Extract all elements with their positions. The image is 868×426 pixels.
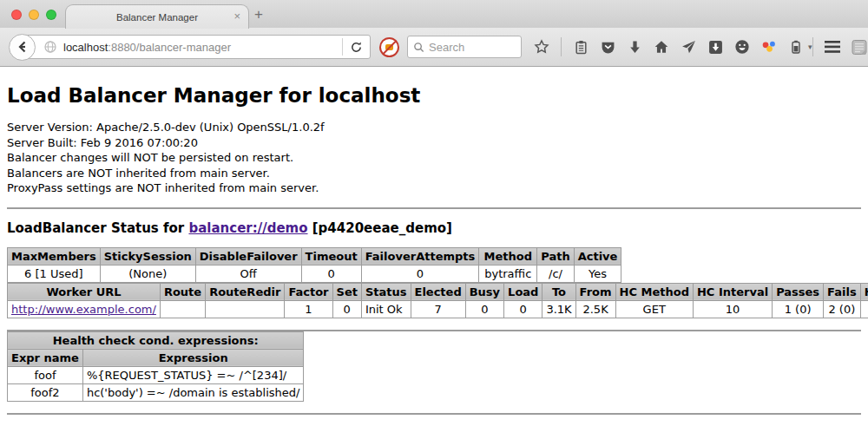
inherit-warning-line: Balancers are NOT inherited from main se… — [7, 166, 861, 181]
server-info: Server Version: Apache/2.5.0-dev (Unix) … — [7, 120, 861, 196]
url-text: localhost:8880/balancer-manager — [63, 41, 342, 54]
table-header-row: Worker URL Route RouteRedir Factor Set S… — [8, 283, 868, 300]
cell-set: 0 — [332, 300, 361, 318]
heading-prefix: LoadBalancer Status for — [7, 220, 188, 236]
col-method: Method — [479, 247, 537, 265]
col-worker-url: Worker URL — [8, 283, 161, 300]
proxypass-warning-line: ProxyPass settings are NOT inherited fro… — [7, 180, 861, 196]
cell-method: bytraffic — [479, 265, 537, 282]
colored-dots-extension-icon[interactable] — [761, 39, 777, 55]
minimize-window-button[interactable] — [29, 10, 39, 20]
col-routeredir: RouteRedir — [206, 283, 285, 300]
table-header-row: MaxMembers StickySession DisableFailover… — [8, 247, 621, 265]
zoom-window-button[interactable] — [46, 10, 56, 20]
home-icon[interactable] — [654, 39, 669, 55]
cell-disablefailover: Off — [195, 265, 301, 282]
cell-load: 0 — [504, 300, 542, 318]
col-timeout: Timeout — [301, 247, 361, 265]
table-row: http://www.example.com/ 1 0 Init Ok 7 0 … — [8, 300, 868, 318]
table-row: foof %{REQUEST_STATUS} =~ /^[234]/ — [8, 366, 304, 383]
table-row: 6 [1 Used] (None) Off 0 0 bytraffic /c/ … — [8, 265, 621, 282]
cell-route — [160, 300, 205, 318]
balancer-status-heading: LoadBalancer Status for balancer://demo … — [7, 220, 861, 236]
back-button[interactable] — [9, 34, 36, 61]
cell-factor: 1 — [285, 300, 332, 318]
cell-status: Init Ok — [361, 300, 411, 318]
tab-title: Balancer Manager — [116, 12, 198, 23]
new-tab-button[interactable]: + — [254, 6, 263, 23]
balancer-demo-link[interactable]: balancer://demo — [188, 220, 307, 236]
cell-expression: hc('body') =~ /domain is established/ — [82, 383, 304, 401]
plugin-block-icon[interactable] — [379, 37, 399, 57]
cell-routeredir — [206, 300, 285, 318]
col-hc-uri: HC uri — [860, 283, 868, 300]
reload-button[interactable] — [342, 38, 370, 56]
col-route: Route — [160, 283, 205, 300]
cell-passes: 1 (0) — [773, 300, 824, 318]
hamburger-menu-icon[interactable] — [825, 39, 840, 55]
tab-balancer-manager[interactable]: Balancer Manager × — [65, 4, 249, 29]
col-passes: Passes — [773, 283, 824, 300]
worker-table: Worker URL Route RouteRedir Factor Set S… — [7, 283, 868, 318]
tab-close-icon[interactable]: × — [233, 10, 240, 23]
tab-bar: Balancer Manager × + — [0, 0, 868, 28]
balancer-settings-table: MaxMembers StickySession DisableFailover… — [7, 247, 621, 283]
col-failoverattempts: FailoverAttempts — [361, 247, 479, 265]
cell-expr-name: foof2 — [8, 383, 83, 401]
cell-elected: 7 — [411, 300, 465, 318]
page-title: Load Balancer Manager for localhost — [7, 84, 861, 107]
cell-hc-interval: 10 — [693, 300, 772, 318]
col-disablefailover: DisableFailover — [195, 247, 301, 265]
col-to: To — [542, 283, 575, 300]
url-bar[interactable]: localhost:8880/balancer-manager — [22, 35, 371, 59]
heading-suffix: [p4420eeae_demo] — [308, 220, 452, 236]
cell-expression: %{REQUEST_STATUS} =~ /^[234]/ — [82, 366, 304, 383]
clipboard-icon[interactable] — [573, 39, 589, 55]
health-check-table: Health check cond. expressions: Expr nam… — [7, 331, 304, 402]
cell-stickysession: (None) — [100, 265, 195, 282]
table-row: foof2 hc('body') =~ /domain is establish… — [8, 383, 304, 401]
col-stickysession: StickySession — [100, 247, 195, 265]
cell-busy: 0 — [465, 300, 503, 318]
download-box-icon[interactable] — [707, 39, 723, 55]
cell-worker-url: http://www.example.com/ — [8, 300, 161, 318]
cell-maxmembers: 6 [1 Used] — [8, 265, 101, 282]
search-icon — [413, 42, 424, 53]
pocket-icon[interactable] — [600, 39, 615, 55]
col-fails: Fails — [824, 283, 861, 300]
bookmark-star-icon[interactable] — [534, 39, 549, 55]
toolbar-icons: ▾ — [534, 37, 812, 56]
col-expression: Expression — [82, 349, 304, 366]
col-hc-method: HC Method — [615, 283, 693, 300]
table-header-row: Expr name Expression — [8, 349, 304, 366]
downloads-arrow-icon[interactable] — [627, 39, 642, 55]
cell-timeout: 0 — [301, 265, 361, 282]
close-window-button[interactable] — [11, 10, 22, 20]
smiley-icon[interactable] — [734, 39, 750, 55]
globe-icon — [43, 40, 57, 54]
search-input[interactable] — [429, 41, 507, 54]
url-path: :8880/balancer-manager — [108, 41, 231, 54]
persist-warning-line: Balancer changes will NOT be persisted o… — [7, 150, 861, 166]
battery-extension-icon[interactable] — [788, 39, 804, 55]
col-active: Active — [574, 247, 621, 265]
cell-from: 2.5K — [575, 300, 615, 318]
toolbar-separator — [561, 37, 562, 56]
send-tab-icon[interactable] — [681, 39, 696, 55]
toolbar-separator — [812, 37, 813, 56]
traffic-lights — [11, 10, 56, 20]
cell-path: /c/ — [537, 265, 574, 282]
search-box[interactable] — [407, 36, 522, 58]
url-host: localhost — [63, 41, 108, 54]
page-thumbnail-icon[interactable] — [852, 39, 867, 55]
table-title-row: Health check cond. expressions: — [8, 331, 304, 349]
server-version-line: Server Version: Apache/2.5.0-dev (Unix) … — [7, 120, 861, 135]
divider — [7, 413, 861, 415]
menu-group — [812, 37, 867, 56]
col-load: Load — [504, 283, 542, 300]
back-arrow-icon — [16, 40, 30, 54]
cell-active: Yes — [574, 265, 621, 282]
col-set: Set — [332, 283, 361, 300]
worker-url-link[interactable]: http://www.example.com/ — [11, 303, 156, 316]
browser-window: Balancer Manager × + localhost:8880/bala… — [0, 0, 868, 426]
